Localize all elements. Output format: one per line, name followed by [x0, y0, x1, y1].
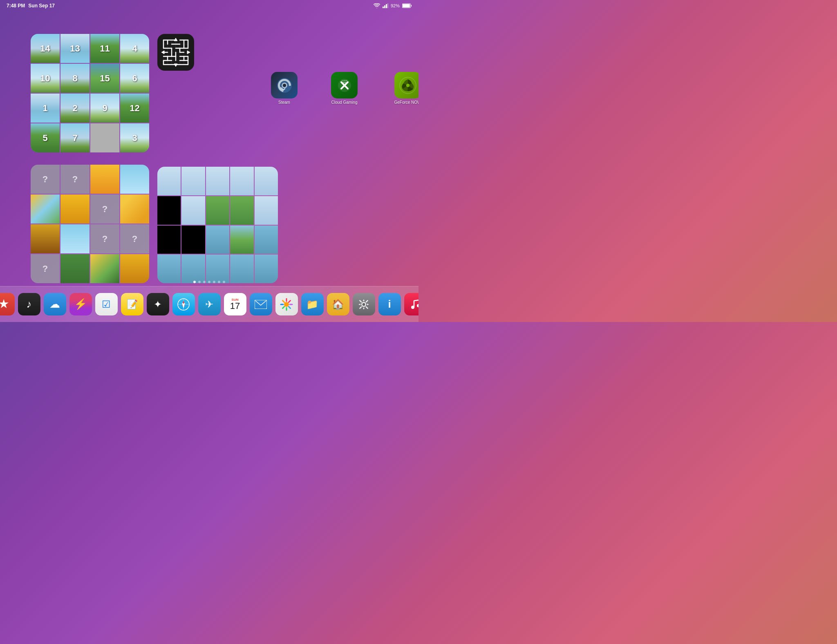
puzzle-tile-sf3[interactable]: [60, 195, 90, 224]
puzzle-tile-3[interactable]: 3: [120, 123, 149, 152]
lake-tile-r2c5[interactable]: [255, 196, 278, 225]
lake-tile-r1c4[interactable]: [230, 167, 253, 195]
dock-settings-icon[interactable]: [353, 293, 375, 315]
page-dot-4[interactable]: [208, 281, 210, 283]
dock-craft-icon[interactable]: ✦: [147, 293, 169, 315]
puzzle-widget-numbered[interactable]: 14 13 11 4 10 8 15 6: [31, 34, 149, 152]
lake-tile-r1c3[interactable]: [206, 167, 229, 195]
puzzle-tile-q5[interactable]: ?: [120, 224, 149, 253]
puzzle-tile-7[interactable]: 7: [60, 123, 90, 152]
puzzle-tile-q3[interactable]: ?: [90, 195, 119, 224]
puzzle-tile-12[interactable]: 12: [120, 94, 149, 123]
music-note-icon: [410, 298, 418, 311]
cloud-gaming-app-icon[interactable]: CLOUD GAMING Cloud Gaming: [329, 72, 360, 105]
lake-tile-r4c3[interactable]: [206, 255, 229, 283]
puzzle-tile-10[interactable]: 10: [31, 64, 60, 93]
lake-tile-r3c3[interactable]: [206, 226, 229, 254]
lake-tile-r4c5[interactable]: [255, 255, 278, 283]
geforce-now-app-label: GeForce NOW: [392, 100, 418, 105]
lake-tile-r2c1[interactable]: [157, 196, 181, 225]
puzzle-tile-sf2[interactable]: [31, 195, 60, 224]
dock-info-icon[interactable]: i: [378, 293, 401, 315]
puzzle-tile-sf6[interactable]: [60, 254, 90, 283]
lake-tile-r3c5[interactable]: [255, 226, 278, 254]
dock-capo-icon[interactable]: ♪: [18, 293, 40, 315]
lake-tile-r2c4[interactable]: [230, 196, 253, 225]
puzzle-tile-1[interactable]: 1: [31, 94, 60, 123]
puzzle-tile-sky1[interactable]: [120, 165, 149, 194]
puzzle-tile-15[interactable]: 15: [90, 64, 119, 93]
dock-icloud-icon[interactable]: ☁: [44, 293, 66, 315]
svg-point-76: [363, 303, 365, 306]
dock-reminders-icon[interactable]: ☑: [95, 293, 118, 315]
puzzle-tile-9[interactable]: 9: [90, 94, 119, 123]
dock-safari-icon[interactable]: [172, 293, 195, 315]
geforce-now-app-icon[interactable]: GeForce NOW: [392, 72, 418, 105]
lake-tile-r4c1[interactable]: [157, 255, 181, 283]
puzzle-tile-4[interactable]: 4: [120, 34, 149, 63]
puzzle-tile-sf4[interactable]: [120, 195, 149, 224]
puzzle-widget-lake[interactable]: [157, 167, 278, 283]
page-dot-2[interactable]: [198, 281, 201, 283]
lake-tile-r3c1[interactable]: [157, 226, 181, 254]
puzzle-tile-q2[interactable]: ?: [60, 165, 90, 194]
settings-gear-icon: [358, 298, 370, 311]
dock-notes-icon[interactable]: 📝: [121, 293, 143, 315]
svg-point-58: [406, 84, 410, 87]
lake-tile-r4c2[interactable]: [181, 255, 205, 283]
page-dot-1[interactable]: [193, 281, 196, 283]
dock-files-icon[interactable]: 📁: [301, 293, 324, 315]
svg-rect-1: [384, 5, 385, 8]
page-dot-6[interactable]: [218, 281, 220, 283]
puzzle-tile-q4[interactable]: ?: [90, 224, 119, 253]
geforce-app-image[interactable]: [394, 72, 418, 98]
puzzle-tile-13[interactable]: 13: [60, 34, 90, 63]
page-dot-7[interactable]: [223, 281, 225, 283]
svg-point-77: [411, 306, 414, 309]
cloud-gaming-app-image[interactable]: CLOUD GAMING: [331, 72, 358, 98]
lake-tile-r3c2[interactable]: [181, 226, 205, 254]
puzzle-tile-q1[interactable]: ?: [31, 165, 60, 194]
puzzle-tile-sf7[interactable]: [90, 254, 119, 283]
lake-tile-r1c2[interactable]: [181, 167, 205, 195]
dock-home-icon[interactable]: 🏠: [327, 293, 349, 315]
page-dot-5[interactable]: [213, 281, 215, 283]
puzzle-tile-8[interactable]: 8: [60, 64, 90, 93]
lake-tile-r3c4[interactable]: [230, 226, 253, 254]
dock-mail-icon[interactable]: [250, 293, 272, 315]
puzzle-tile-2[interactable]: 2: [60, 94, 90, 123]
dock-photos-icon[interactable]: [275, 293, 298, 315]
dock-testflight-icon[interactable]: ✈: [198, 293, 221, 315]
svg-rect-0: [383, 7, 384, 8]
maze-app-icon[interactable]: [157, 34, 194, 71]
lake-tile-r1c1[interactable]: [157, 167, 181, 195]
puzzle-tile-sky2[interactable]: [60, 224, 90, 253]
dock: 💬 1 ★ ♪ ☁ ⚡ ☑ 📝 ✦ ✈: [0, 286, 418, 322]
dock-reeder-icon[interactable]: ★: [0, 293, 15, 315]
puzzle-tile-6[interactable]: 6: [120, 64, 149, 93]
page-dot-3[interactable]: [203, 281, 206, 283]
svg-point-52: [283, 84, 286, 87]
dock-shortcuts-icon[interactable]: ⚡: [69, 293, 92, 315]
puzzle-tile-sf1[interactable]: [90, 165, 119, 194]
lake-tile-r1c5[interactable]: [255, 167, 278, 195]
lake-tile-r2c2[interactable]: [181, 196, 205, 225]
steam-logo: [276, 77, 293, 94]
status-time: 7:48 PM: [7, 3, 25, 9]
dock-music-icon[interactable]: [404, 293, 419, 315]
puzzle-tile-11[interactable]: 11: [90, 34, 119, 63]
lake-tile-r4c4[interactable]: [230, 255, 253, 283]
puzzle-tile-14[interactable]: 14: [31, 34, 60, 63]
lake-tile-r2c3[interactable]: [206, 196, 229, 225]
puzzle-tile-empty[interactable]: [90, 123, 119, 152]
puzzle-widget-sunflower[interactable]: ? ? ? ? ? ?: [31, 165, 149, 283]
puzzle-tile-sf8[interactable]: [120, 254, 149, 283]
testflight-icon-glyph: ✈: [205, 299, 213, 310]
puzzle-tile-sf5[interactable]: [31, 224, 60, 253]
steam-app-image[interactable]: [271, 72, 298, 98]
dock-calendar-icon[interactable]: SUN 17: [224, 293, 246, 315]
puzzle-tile-q6[interactable]: ?: [31, 254, 60, 283]
safari-logo: [177, 298, 190, 311]
steam-app-icon[interactable]: Steam: [269, 72, 300, 105]
puzzle-tile-5[interactable]: 5: [31, 123, 60, 152]
